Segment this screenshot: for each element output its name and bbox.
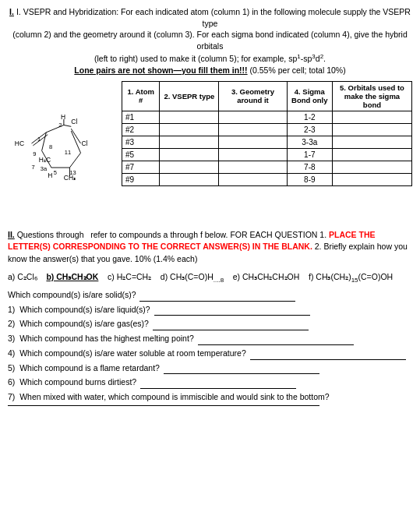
- svg-text:H: H: [61, 113, 65, 121]
- table-row: #5 1-7: [122, 148, 412, 161]
- question-3: 3) Which compound has the highest meltin…: [8, 333, 412, 345]
- sigma-cell: 8-9: [287, 173, 332, 185]
- col-header-orbitals: 5. Orbitals used to make the sigma bond: [332, 81, 411, 111]
- orbitals-cell: [332, 173, 411, 185]
- svg-text:9: 9: [33, 150, 36, 157]
- header-line2: (column 2) and the geometry around it (c…: [12, 30, 408, 51]
- geom-cell: [219, 136, 287, 148]
- geom-cell: [219, 111, 287, 123]
- svg-text:7: 7: [31, 164, 34, 171]
- sigma-cell: 2-3: [287, 123, 332, 136]
- compound-c: c) H₂C=CH₂: [108, 272, 158, 281]
- section-ii-intro: II. Questions through refer to compounds…: [8, 229, 412, 266]
- sigma-cell: 1-7: [287, 148, 332, 161]
- col-header-sigma: 4. Sigma Bond only: [287, 81, 332, 111]
- vsepr-table: 1. Atom # 2. VSEPR type 3. Geometry arou…: [122, 81, 412, 186]
- compound-b: b) CH₃CH₂OK: [46, 272, 105, 281]
- answer-6: [140, 388, 296, 389]
- orbitals-cell: [332, 123, 411, 136]
- compound-a: a) C₂Cl₆: [8, 272, 44, 281]
- svg-text:HC: HC: [15, 139, 24, 147]
- header-line4: Lone pairs are not shown—you fill them i…: [74, 65, 345, 75]
- header-roman-i: I. I. VSEPR and Hybridization: For each …: [9, 7, 411, 28]
- orbitals-cell: [332, 111, 411, 123]
- header-line3: (left to right) used to make it (column …: [94, 54, 326, 63]
- col-header-vsepr: 2. VSEPR type: [160, 81, 219, 111]
- svg-text:2: 2: [58, 122, 62, 129]
- vsepr-cell: [160, 111, 219, 123]
- geom-cell: [219, 123, 287, 136]
- vsepr-cell: [160, 148, 219, 161]
- answer-2: [153, 330, 309, 330]
- atom-cell: #9: [122, 173, 160, 185]
- svg-text:8: 8: [49, 143, 52, 150]
- molecule-svg: HC H Cl 2: [8, 81, 117, 206]
- svg-text:3a: 3a: [41, 164, 48, 171]
- svg-line-15: [69, 153, 80, 168]
- question-5: 5) Which compound is a flame retardant?: [8, 362, 412, 375]
- orbitals-cell: [332, 136, 411, 148]
- table-row: #9 8-9: [122, 173, 412, 185]
- compound-d: d) CH₃(C=O)H....8: [161, 272, 231, 281]
- answer-5: [164, 373, 319, 374]
- table-area: 1. Atom # 2. VSEPR type 3. Geometry arou…: [122, 81, 412, 221]
- svg-text:H: H: [48, 171, 52, 179]
- svg-text:1: 1: [37, 136, 41, 143]
- compound-e: e) CH₃CH₂CH₂OH: [233, 272, 306, 281]
- svg-line-7: [64, 125, 71, 126]
- table-row: #1 1-2: [122, 111, 412, 123]
- svg-text:Cl: Cl: [71, 117, 77, 125]
- table-row: #3 3-3a: [122, 136, 412, 148]
- orbitals-cell: [332, 148, 411, 161]
- compounds-line: a) C₂Cl₆ b) CH₃CH₂OK c) H₂C=CH₂ d) CH₃(C…: [8, 270, 412, 286]
- geom-cell: [219, 161, 287, 173]
- svg-text:Cl: Cl: [81, 139, 87, 147]
- vsepr-cell: [160, 173, 219, 185]
- main-content: HC H Cl 2: [8, 81, 412, 221]
- geom-cell: [219, 173, 287, 185]
- question-solids: Which compound(s) is/are solid(s)?: [8, 289, 412, 302]
- table-row: #2 2-3: [122, 123, 412, 136]
- answer-4: [250, 359, 406, 360]
- question-1: 1) Which compound(s) is/are liquid(s)?: [8, 304, 412, 316]
- answer-1: [154, 315, 310, 316]
- svg-text:13: 13: [69, 169, 76, 176]
- svg-text:5: 5: [54, 169, 57, 176]
- orbitals-cell: [332, 161, 411, 173]
- atom-cell: #2: [122, 123, 160, 136]
- svg-line-16: [71, 131, 80, 153]
- sigma-cell: 1-2: [287, 111, 332, 123]
- compound-f: f) CH₃(CH₂)15(C=O)OH: [309, 272, 393, 281]
- answer-solids: [139, 301, 295, 302]
- table-row: #7 7-8: [122, 161, 412, 173]
- question-6: 6) Which compound burns dirtiest?: [8, 376, 412, 389]
- section-ii: II. Questions through refer to compounds…: [8, 229, 412, 406]
- vsepr-cell: [160, 161, 219, 173]
- question-7: 7) When mixed with water, which compound…: [8, 391, 412, 406]
- answer-7: [8, 405, 319, 406]
- atom-cell: #5: [122, 148, 160, 161]
- atom-cell: #7: [122, 161, 160, 173]
- vsepr-cell: [160, 123, 219, 136]
- sigma-cell: 3-3a: [287, 136, 332, 148]
- question-2: 2) Which compound(s) is/are gas(es)?: [8, 318, 412, 330]
- atom-cell: #1: [122, 111, 160, 123]
- svg-text:11: 11: [65, 149, 71, 156]
- header-section: I. I. VSEPR and Hybridization: For each …: [8, 6, 412, 76]
- vsepr-cell: [160, 136, 219, 148]
- question-4: 4) Which compound(s) is/are water solubl…: [8, 348, 412, 360]
- geom-cell: [219, 148, 287, 161]
- answer-3: [198, 344, 354, 345]
- atom-cell: #3: [122, 136, 160, 148]
- molecule-area: HC H Cl 2: [8, 81, 117, 221]
- col-header-atom: 1. Atom #: [122, 81, 160, 111]
- sigma-cell: 7-8: [287, 161, 332, 173]
- col-header-geom: 3. Geometry around it: [219, 81, 287, 111]
